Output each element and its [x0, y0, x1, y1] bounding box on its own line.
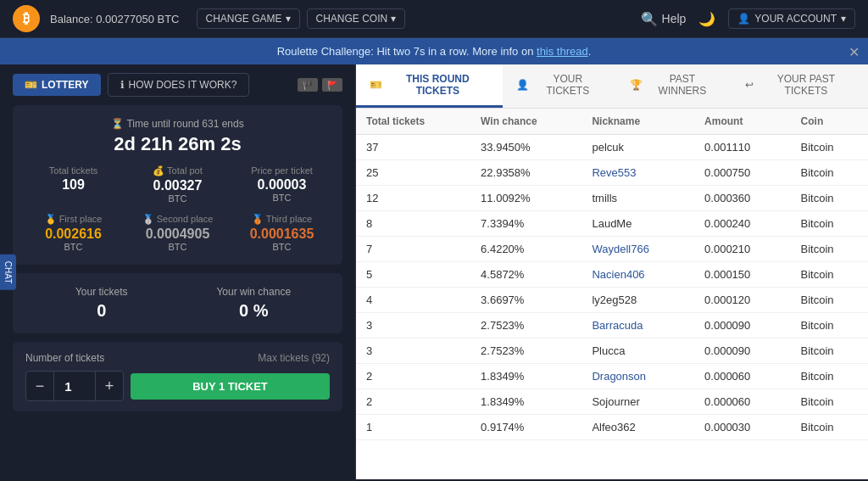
table-header-row: Total tickets Win chance Nickname Amount…	[356, 109, 868, 135]
col-header-win-chance: Win chance	[470, 109, 581, 135]
cell-amount: 0.000060	[694, 389, 790, 415]
chat-tab[interactable]: CHAT	[0, 254, 16, 289]
cell-total-tickets: 25	[356, 160, 470, 186]
cell-coin: Bitcoin	[791, 313, 868, 338]
language-flags: 🏴 🚩	[298, 78, 342, 92]
logo: ₿	[13, 5, 40, 32]
trophy-icon: 🏆	[630, 79, 643, 91]
cell-nickname[interactable]: Barracuda	[581, 313, 694, 338]
quantity-input[interactable]	[53, 372, 96, 400]
tab-this-round[interactable]: 🎫 THIS ROUND TICKETS	[356, 64, 503, 108]
cell-coin: Bitcoin	[791, 186, 868, 211]
cell-total-tickets: 12	[356, 186, 470, 211]
left-panel: 🎫 LOTTERY ℹ HOW DOES IT WORK? 🏴 🚩 ⏳ Time…	[0, 64, 356, 479]
cell-amount: 0.000090	[694, 338, 790, 364]
cell-win-chance: 2.7523%	[470, 313, 581, 338]
cell-coin: Bitcoin	[791, 237, 868, 262]
table-row: 5 4.5872% Nacien406 0.000150 Bitcoin	[356, 262, 868, 288]
cell-amount: 0.000210	[694, 237, 790, 262]
price-per-ticket-label: Price per ticket	[234, 165, 330, 176]
timer-section: ⏳ Time until round 631 ends 2d 21h 26m 2…	[13, 105, 342, 265]
table-row: 7 6.4220% Waydell766 0.000210 Bitcoin	[356, 237, 868, 262]
flag-icon-2[interactable]: 🚩	[322, 78, 342, 92]
table-row: 4 3.6697% ly2eg528 0.000120 Bitcoin	[356, 288, 868, 313]
second-place-unit: BTC	[130, 242, 225, 252]
third-place-unit: BTC	[234, 242, 330, 252]
cell-nickname: Plucca	[581, 338, 694, 364]
timer-label: ⏳ Time until round 631 ends	[25, 118, 330, 130]
your-tickets-section: Your tickets 0 Your win chance 0 %	[13, 273, 342, 333]
banner-link[interactable]: this thread	[537, 45, 588, 58]
cell-nickname[interactable]: Dragonson	[581, 364, 694, 389]
decrement-button[interactable]: −	[26, 372, 53, 400]
cell-total-tickets: 5	[356, 262, 470, 288]
cell-amount: 0.001110	[694, 135, 790, 160]
total-tickets-label: Total tickets	[25, 165, 121, 176]
cell-win-chance: 22.9358%	[470, 160, 581, 186]
tab-your-past-tickets[interactable]: ↩ YOUR PAST TICKETS	[732, 64, 868, 108]
stats-grid: Total tickets 109 💰 Total pot 0.00327 BT…	[25, 165, 330, 204]
timer-value: 2d 21h 26m 2s	[25, 133, 330, 155]
cell-amount: 0.000120	[694, 288, 790, 313]
third-place-value: 0.0001635	[234, 227, 330, 242]
cell-total-tickets: 3	[356, 338, 470, 364]
first-place-unit: BTC	[25, 242, 121, 252]
ticket-icon: 🎫	[25, 79, 37, 91]
cell-total-tickets: 2	[356, 364, 470, 389]
cell-win-chance: 3.6697%	[470, 288, 581, 313]
buy-controls: − + BUY 1 TICKET	[25, 371, 330, 401]
cell-amount: 0.000090	[694, 313, 790, 338]
cell-nickname[interactable]: Waydell766	[581, 237, 694, 262]
second-place-label: 🥈 Second place	[130, 214, 225, 225]
price-per-ticket-stat: Price per ticket 0.00003 BTC	[234, 165, 330, 204]
cell-total-tickets: 8	[356, 211, 470, 237]
lottery-button[interactable]: 🎫 LOTTERY	[13, 74, 101, 96]
cell-nickname: pelcuk	[581, 135, 694, 160]
right-panel: 🎫 THIS ROUND TICKETS 👤 YOUR TICKETS 🏆 PA…	[356, 64, 868, 479]
cell-total-tickets: 4	[356, 288, 470, 313]
cell-coin: Bitcoin	[791, 262, 868, 288]
banner-close-button[interactable]: ✕	[849, 43, 860, 59]
change-coin-button[interactable]: CHANGE COIN ▾	[307, 8, 406, 29]
total-tickets-value: 109	[25, 177, 121, 193]
total-pot-label: 💰 Total pot	[130, 165, 225, 176]
header-right: 🔍 Help 🌙 👤 YOUR ACCOUNT ▾	[641, 8, 855, 29]
table-row: 37 33.9450% pelcuk 0.001110 Bitcoin	[356, 135, 868, 160]
cell-win-chance: 2.7523%	[470, 338, 581, 364]
cell-nickname[interactable]: Reve553	[581, 160, 694, 186]
table-row: 25 22.9358% Reve553 0.000750 Bitcoin	[356, 160, 868, 186]
cell-nickname: Alfeo362	[581, 415, 694, 440]
how-does-it-work-button[interactable]: ℹ HOW DOES IT WORK?	[108, 73, 250, 97]
buy-ticket-button[interactable]: BUY 1 TICKET	[131, 373, 330, 400]
user-icon: 👤	[737, 13, 750, 25]
cell-amount: 0.000030	[694, 415, 790, 440]
cell-nickname[interactable]: Nacien406	[581, 262, 694, 288]
cell-nickname: Sojourner	[581, 389, 694, 415]
cell-total-tickets: 37	[356, 135, 470, 160]
first-place-label: 🥇 First place	[25, 214, 121, 225]
increment-button[interactable]: +	[96, 372, 123, 400]
cell-win-chance: 6.4220%	[470, 237, 581, 262]
account-button[interactable]: 👤 YOUR ACCOUNT ▾	[728, 8, 855, 29]
tab-past-winners[interactable]: 🏆 PAST WINNERS	[616, 64, 732, 108]
table-row: 3 2.7523% Barracuda 0.000090 Bitcoin	[356, 313, 868, 338]
price-per-ticket-unit: BTC	[234, 193, 330, 203]
help-button[interactable]: 🔍 Help	[641, 11, 687, 27]
cell-coin: Bitcoin	[791, 288, 868, 313]
tab-your-tickets[interactable]: 👤 YOUR TICKETS	[503, 64, 616, 108]
main-content: CHAT 🎫 LOTTERY ℹ HOW DOES IT WORK? 🏴 🚩 ⏳…	[0, 64, 868, 479]
col-header-nickname: Nickname	[581, 109, 694, 135]
cell-win-chance: 11.0092%	[470, 186, 581, 211]
flag-icon-1[interactable]: 🏴	[298, 78, 318, 92]
theme-toggle-icon[interactable]: 🌙	[698, 11, 715, 27]
first-place-prize: 🥇 First place 0.002616 BTC	[25, 214, 121, 252]
table-row: 8 7.3394% LaudMe 0.000240 Bitcoin	[356, 211, 868, 237]
col-header-amount: Amount	[694, 109, 790, 135]
third-place-prize: 🥉 Third place 0.0001635 BTC	[234, 214, 330, 252]
ticket-icon: 🎫	[370, 79, 382, 91]
prizes-grid: 🥇 First place 0.002616 BTC 🥈 Second plac…	[25, 214, 330, 252]
cell-coin: Bitcoin	[791, 135, 868, 160]
cell-nickname: LaudMe	[581, 211, 694, 237]
your-tickets-label: Your tickets	[25, 286, 178, 298]
change-game-button[interactable]: CHANGE GAME ▾	[197, 8, 300, 29]
